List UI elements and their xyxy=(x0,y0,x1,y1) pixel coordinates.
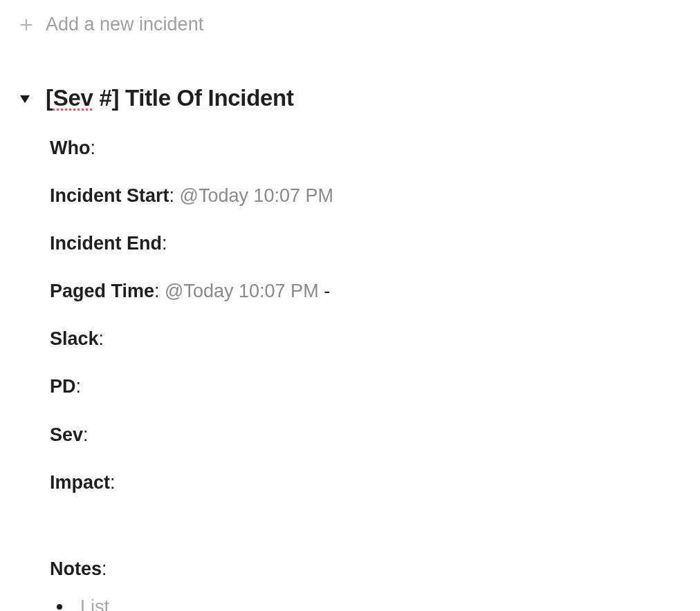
bullet-icon xyxy=(57,604,62,610)
paged-time-label: Paged Time xyxy=(50,281,154,301)
field-incident-end[interactable]: Incident End: xyxy=(50,232,683,256)
sev-label: Sev xyxy=(50,424,83,445)
field-impact[interactable]: Impact: xyxy=(50,471,683,495)
notes-placeholder: List xyxy=(80,596,109,611)
title-spellcheck-word: Sev xyxy=(53,85,93,111)
colon: : xyxy=(90,138,95,158)
incident-start-label: Incident Start xyxy=(50,185,169,206)
notes-list: List xyxy=(50,596,683,611)
field-who[interactable]: Who: xyxy=(50,136,683,160)
incident-fields: Who: Incident Start: @Today 10:07 PM Inc… xyxy=(17,136,683,611)
paged-time-value[interactable]: @Today 10:07 PM xyxy=(165,281,319,301)
colon: : xyxy=(110,472,116,493)
incident-start-value[interactable]: @Today 10:07 PM xyxy=(180,185,334,206)
incident-end-label: Incident End xyxy=(50,233,162,254)
impact-label: Impact xyxy=(50,472,110,493)
pd-label: PD xyxy=(50,376,76,397)
colon: : xyxy=(102,558,107,579)
who-label: Who xyxy=(50,138,90,158)
field-slack[interactable]: Slack: xyxy=(50,327,683,351)
field-paged-time[interactable]: Paged Time: @Today 10:07 PM - xyxy=(50,279,683,303)
field-sev[interactable]: Sev: xyxy=(50,423,683,447)
incident-title[interactable]: [Sev #] Title Of Incident xyxy=(46,85,294,111)
colon: : xyxy=(162,233,167,254)
colon: : xyxy=(83,424,89,445)
field-notes[interactable]: Notes: xyxy=(50,558,683,580)
toggle-caret-icon[interactable] xyxy=(17,92,33,109)
colon: : xyxy=(76,376,82,397)
colon: : xyxy=(99,328,104,349)
field-pd[interactable]: PD: xyxy=(50,375,683,399)
notes-section: Notes: List xyxy=(50,558,683,611)
add-new-incident-label: Add a new incident xyxy=(46,14,203,35)
list-item[interactable]: List xyxy=(53,596,683,611)
notes-label: Notes xyxy=(50,558,102,579)
field-incident-start[interactable]: Incident Start: @Today 10:07 PM xyxy=(50,184,683,208)
plus-icon xyxy=(17,15,36,35)
incident-title-row: [Sev #] Title Of Incident xyxy=(17,85,683,111)
paged-time-trailing: - xyxy=(319,281,331,301)
colon: : xyxy=(154,281,160,301)
colon: : xyxy=(169,185,175,206)
svg-marker-2 xyxy=(20,95,30,103)
title-prefix: [ xyxy=(46,85,53,111)
title-rest: #] Title Of Incident xyxy=(93,85,294,111)
add-new-incident-button[interactable]: Add a new incident xyxy=(17,14,683,35)
slack-label: Slack xyxy=(50,328,99,349)
